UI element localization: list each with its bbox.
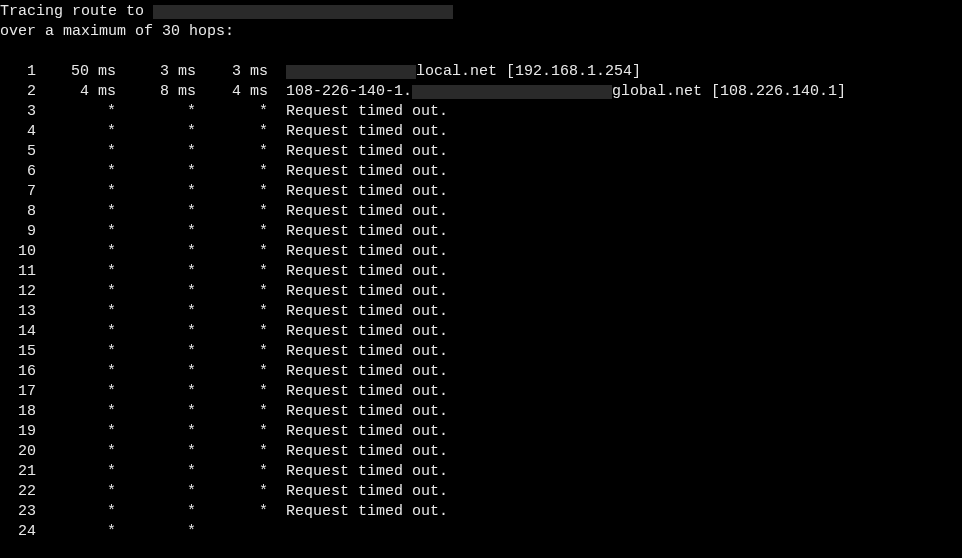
hop-rtt1: * bbox=[36, 282, 116, 302]
hop-destination-pre: Request timed out. bbox=[286, 383, 448, 400]
hop-rtt1: * bbox=[36, 342, 116, 362]
hop-destination: Request timed out. bbox=[286, 242, 962, 262]
hop-number: 13 bbox=[0, 302, 36, 322]
hop-destination-pre: Request timed out. bbox=[286, 423, 448, 440]
hop-row: 11*** Request timed out. bbox=[0, 262, 962, 282]
hop-number: 18 bbox=[0, 402, 36, 422]
hop-destination: Request timed out. bbox=[286, 342, 962, 362]
hop-destination: Request timed out. bbox=[286, 502, 962, 522]
hop-rtt3: * bbox=[196, 262, 268, 282]
hop-rtt1: * bbox=[36, 262, 116, 282]
hop-row: 9*** Request timed out. bbox=[0, 222, 962, 242]
hop-rtt1: * bbox=[36, 322, 116, 342]
hop-destination: Request timed out. bbox=[286, 382, 962, 402]
hop-rtt3: * bbox=[196, 362, 268, 382]
hop-row: 20*** Request timed out. bbox=[0, 442, 962, 462]
hop-destination-pre: Request timed out. bbox=[286, 323, 448, 340]
column-gap bbox=[268, 142, 286, 162]
hop-number: 17 bbox=[0, 382, 36, 402]
hop-rtt3: * bbox=[196, 222, 268, 242]
hop-destination-pre: 108-226-140-1. bbox=[286, 83, 412, 100]
hop-destination: Request timed out. bbox=[286, 282, 962, 302]
hop-row: 12*** Request timed out. bbox=[0, 282, 962, 302]
hop-rtt2: * bbox=[116, 402, 196, 422]
hop-number: 9 bbox=[0, 222, 36, 242]
hop-rtt3: * bbox=[196, 282, 268, 302]
column-gap bbox=[268, 422, 286, 442]
hop-destination-pre: Request timed out. bbox=[286, 283, 448, 300]
hop-rtt3: * bbox=[196, 422, 268, 442]
redacted-host-segment bbox=[286, 65, 416, 79]
hop-rtt3: * bbox=[196, 382, 268, 402]
hop-row: 24** bbox=[0, 522, 962, 542]
tracert-output: 150 ms3 ms3 ms local.net [192.168.1.254]… bbox=[0, 62, 962, 542]
hop-number: 6 bbox=[0, 162, 36, 182]
hop-row: 18*** Request timed out. bbox=[0, 402, 962, 422]
hop-destination: local.net [192.168.1.254] bbox=[286, 62, 962, 82]
hop-rtt3: * bbox=[196, 102, 268, 122]
hop-number: 15 bbox=[0, 342, 36, 362]
hop-rtt2: * bbox=[116, 502, 196, 522]
hop-number: 10 bbox=[0, 242, 36, 262]
hop-rtt1: * bbox=[36, 502, 116, 522]
hop-number: 11 bbox=[0, 262, 36, 282]
hop-row: 150 ms3 ms3 ms local.net [192.168.1.254] bbox=[0, 62, 962, 82]
tracert-header-line2: over a maximum of 30 hops: bbox=[0, 22, 962, 42]
hop-destination: Request timed out. bbox=[286, 222, 962, 242]
hop-rtt2: * bbox=[116, 302, 196, 322]
hop-row: 3*** Request timed out. bbox=[0, 102, 962, 122]
hop-rtt1: * bbox=[36, 102, 116, 122]
column-gap bbox=[268, 462, 286, 482]
hop-rtt1: * bbox=[36, 122, 116, 142]
hop-destination-pre: Request timed out. bbox=[286, 203, 448, 220]
hop-rtt1: * bbox=[36, 242, 116, 262]
hop-number: 12 bbox=[0, 282, 36, 302]
column-gap bbox=[268, 522, 286, 542]
hop-rtt2: * bbox=[116, 262, 196, 282]
hop-rtt3 bbox=[196, 522, 268, 542]
hop-rtt1: * bbox=[36, 402, 116, 422]
hop-number: 23 bbox=[0, 502, 36, 522]
hop-rtt2: * bbox=[116, 462, 196, 482]
hop-number: 5 bbox=[0, 142, 36, 162]
hop-number: 24 bbox=[0, 522, 36, 542]
hop-rtt3: * bbox=[196, 122, 268, 142]
hop-rtt2: * bbox=[116, 142, 196, 162]
hop-rtt3: * bbox=[196, 442, 268, 462]
hop-number: 2 bbox=[0, 82, 36, 102]
hop-rtt1: * bbox=[36, 442, 116, 462]
hop-destination-pre: Request timed out. bbox=[286, 243, 448, 260]
hop-rtt1: * bbox=[36, 162, 116, 182]
hop-row: 15*** Request timed out. bbox=[0, 342, 962, 362]
hop-rtt2: * bbox=[116, 122, 196, 142]
hop-rtt2: * bbox=[116, 442, 196, 462]
hop-rtt3: * bbox=[196, 482, 268, 502]
column-gap bbox=[268, 222, 286, 242]
hop-rtt2: * bbox=[116, 322, 196, 342]
blank-line bbox=[0, 42, 962, 62]
hop-destination: Request timed out. bbox=[286, 462, 962, 482]
hop-destination: 108-226-140-1.global.net [108.226.140.1] bbox=[286, 82, 962, 102]
hop-destination: Request timed out. bbox=[286, 442, 962, 462]
hop-rtt2: * bbox=[116, 522, 196, 542]
hop-number: 22 bbox=[0, 482, 36, 502]
hop-rtt3: * bbox=[196, 302, 268, 322]
hop-destination: Request timed out. bbox=[286, 182, 962, 202]
column-gap bbox=[268, 262, 286, 282]
hop-rtt2: * bbox=[116, 362, 196, 382]
hop-rtt3: * bbox=[196, 342, 268, 362]
hop-rtt1: * bbox=[36, 202, 116, 222]
hop-destination-pre: Request timed out. bbox=[286, 223, 448, 240]
hop-rtt1: * bbox=[36, 362, 116, 382]
hop-destination bbox=[286, 522, 962, 542]
hop-destination-pre: Request timed out. bbox=[286, 363, 448, 380]
hop-rtt1: * bbox=[36, 142, 116, 162]
hop-destination-pre: Request timed out. bbox=[286, 163, 448, 180]
hop-rtt1: * bbox=[36, 482, 116, 502]
hop-rtt2: * bbox=[116, 222, 196, 242]
hop-destination: Request timed out. bbox=[286, 482, 962, 502]
hop-destination-pre: Request timed out. bbox=[286, 143, 448, 160]
hop-destination-post: local.net [192.168.1.254] bbox=[416, 63, 641, 80]
hop-row: 13*** Request timed out. bbox=[0, 302, 962, 322]
hop-row: 22*** Request timed out. bbox=[0, 482, 962, 502]
